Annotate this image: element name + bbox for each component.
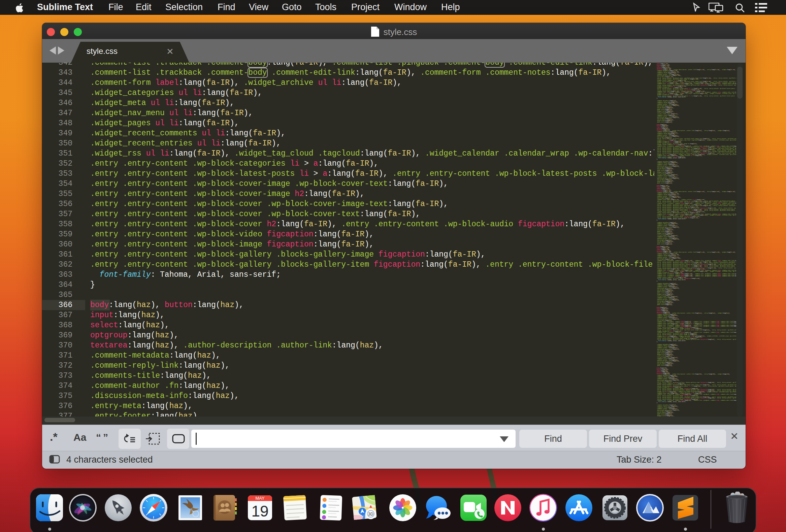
svg-text:MAY: MAY <box>255 495 265 501</box>
svg-text:19: 19 <box>251 502 269 520</box>
svg-text:3D: 3D <box>368 512 373 516</box>
